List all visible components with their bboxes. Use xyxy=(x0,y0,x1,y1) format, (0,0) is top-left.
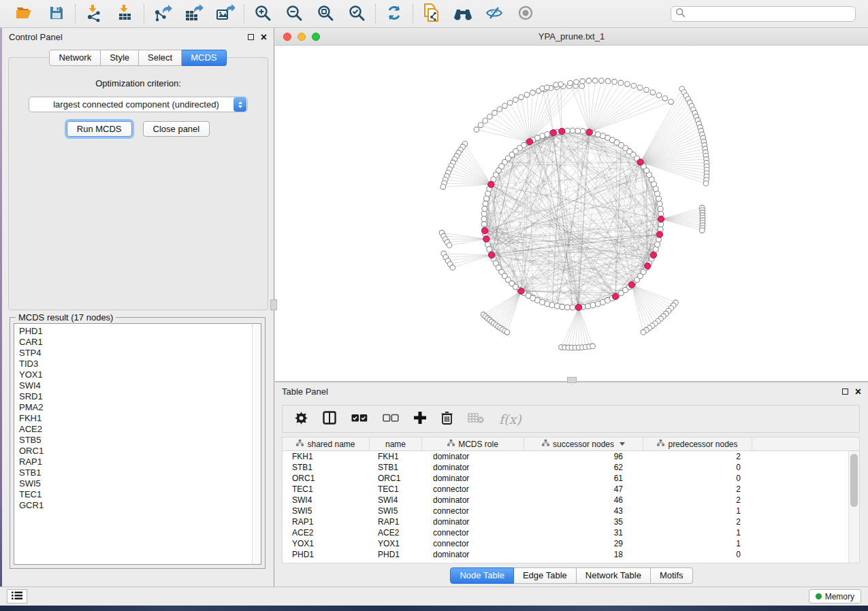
table-row[interactable]: ACE2ACE2connector311 xyxy=(283,527,848,538)
show-selected-button[interactable] xyxy=(515,3,536,24)
mcds-hub-node[interactable] xyxy=(488,182,494,188)
network-node[interactable] xyxy=(590,344,596,349)
tab-motifs[interactable]: Motifs xyxy=(651,567,693,584)
network-node[interactable] xyxy=(513,97,519,103)
network-node[interactable] xyxy=(568,80,573,86)
table-row[interactable]: STB1STB1dominator620 xyxy=(283,462,848,473)
mcds-hub-node[interactable] xyxy=(482,228,488,234)
search-network-icon-button[interactable] xyxy=(453,3,473,24)
mcds-result-item[interactable]: ACE2 xyxy=(19,424,261,435)
search-field[interactable] xyxy=(671,6,856,22)
network-node[interactable] xyxy=(504,330,510,335)
network-node[interactable] xyxy=(485,191,491,197)
float-panel-icon[interactable] xyxy=(248,34,254,40)
mcds-result-item[interactable]: YOX1 xyxy=(19,369,261,380)
float-panel-icon[interactable] xyxy=(842,389,848,395)
mcds-hub-node[interactable] xyxy=(550,130,556,136)
tab-mcds[interactable]: MCDS xyxy=(182,50,226,66)
network-node[interactable] xyxy=(590,303,596,308)
tab-style[interactable]: Style xyxy=(101,50,139,66)
network-node[interactable] xyxy=(564,305,570,310)
network-node[interactable] xyxy=(487,114,493,120)
network-node[interactable] xyxy=(502,103,508,109)
network-node[interactable] xyxy=(595,132,600,137)
network-node[interactable] xyxy=(497,107,502,112)
network-node[interactable] xyxy=(574,80,579,85)
network-node[interactable] xyxy=(644,87,649,93)
network-node[interactable] xyxy=(592,78,598,84)
network-node[interactable] xyxy=(570,128,575,133)
network-node[interactable] xyxy=(481,211,487,216)
run-mcds-button[interactable]: Run MCDS xyxy=(67,121,132,137)
network-node[interactable] xyxy=(580,79,585,84)
network-node[interactable] xyxy=(447,243,452,248)
mcds-result-scrollbar[interactable] xyxy=(252,324,261,564)
network-node[interactable] xyxy=(618,80,624,86)
network-node[interactable] xyxy=(478,122,483,128)
network-node[interactable] xyxy=(484,196,489,201)
mcds-hub-node[interactable] xyxy=(645,263,651,269)
network-node[interactable] xyxy=(545,85,550,90)
network-node[interactable] xyxy=(474,127,479,133)
network-node[interactable] xyxy=(440,184,446,190)
show-panels-button[interactable] xyxy=(7,589,27,604)
export-table-button[interactable] xyxy=(184,3,204,24)
mcds-result-item[interactable]: SWI5 xyxy=(19,478,261,489)
network-node[interactable] xyxy=(545,301,550,307)
network-node[interactable] xyxy=(564,128,570,133)
table-row[interactable]: PHD1PHD1dominator180 xyxy=(283,549,848,560)
network-node[interactable] xyxy=(641,329,646,335)
network-node[interactable] xyxy=(605,78,611,84)
clone-network-button[interactable] xyxy=(421,3,442,24)
mcds-result-item[interactable]: TID3 xyxy=(19,359,261,369)
network-node[interactable] xyxy=(481,222,487,227)
mcds-hub-node[interactable] xyxy=(612,293,618,299)
mcds-hub-node[interactable] xyxy=(658,216,664,222)
zoom-out-button[interactable] xyxy=(284,3,304,24)
mcds-hub-node[interactable] xyxy=(483,236,489,242)
zoom-fit-button[interactable] xyxy=(315,3,336,24)
network-node[interactable] xyxy=(553,82,559,88)
network-node[interactable] xyxy=(599,78,605,84)
zoom-selected-button[interactable] xyxy=(347,3,367,24)
import-network-button[interactable] xyxy=(84,3,104,24)
network-node[interactable] xyxy=(554,303,560,309)
network-node[interactable] xyxy=(482,206,487,212)
mcds-result-item[interactable]: SRD1 xyxy=(19,391,261,402)
network-node[interactable] xyxy=(662,96,668,101)
table-scrollbar[interactable] xyxy=(848,451,859,563)
network-node[interactable] xyxy=(655,242,660,247)
column-header-MCDS-role[interactable]: MCDS role xyxy=(422,437,524,450)
mcds-result-list[interactable]: PHD1CAR1STP4TID3YOX1SWI4SRD1PMA2FKH1ACE2… xyxy=(14,323,261,565)
import-table-button[interactable] xyxy=(115,3,135,24)
mcds-result-item[interactable]: STP4 xyxy=(19,348,261,359)
table-row[interactable]: FKH1FKH1dominator962 xyxy=(283,451,848,462)
mcds-result-item[interactable]: PHD1 xyxy=(19,326,261,337)
export-network-button[interactable] xyxy=(152,3,173,24)
mcds-result-item[interactable]: PMA2 xyxy=(19,402,261,413)
open-file-button[interactable] xyxy=(15,3,35,24)
table-row[interactable]: ORC1ORC1dominator610 xyxy=(283,473,848,484)
network-node[interactable] xyxy=(656,196,662,201)
tab-node-table[interactable]: Node Table xyxy=(450,567,514,584)
vertical-splitter-handle[interactable] xyxy=(270,299,277,310)
network-node[interactable] xyxy=(650,90,656,95)
show-column-selector-button[interactable] xyxy=(323,411,336,427)
mcds-hub-node[interactable] xyxy=(628,282,634,288)
zoom-in-button[interactable] xyxy=(253,3,273,24)
horizontal-splitter-handle[interactable] xyxy=(567,377,577,383)
tab-edge-table[interactable]: Edge Table xyxy=(514,567,577,584)
table-row[interactable]: YOX1YOX1connector291 xyxy=(283,538,848,549)
mcds-hub-node[interactable] xyxy=(576,304,582,310)
refresh-button[interactable] xyxy=(384,3,404,24)
column-header-shared-name[interactable]: shared name xyxy=(283,437,370,450)
network-node[interactable] xyxy=(530,90,536,95)
network-node[interactable] xyxy=(700,228,705,233)
table-row[interactable]: TEC1TEC1connector472 xyxy=(283,484,848,495)
mcds-result-item[interactable]: GCR1 xyxy=(19,500,261,511)
tab-select[interactable]: Select xyxy=(139,50,182,66)
function-builder-button-disabled[interactable]: f(x) xyxy=(499,412,521,427)
memory-button[interactable]: Memory xyxy=(809,589,861,604)
close-panel-icon[interactable]: × xyxy=(855,389,861,395)
network-node[interactable] xyxy=(703,181,709,186)
